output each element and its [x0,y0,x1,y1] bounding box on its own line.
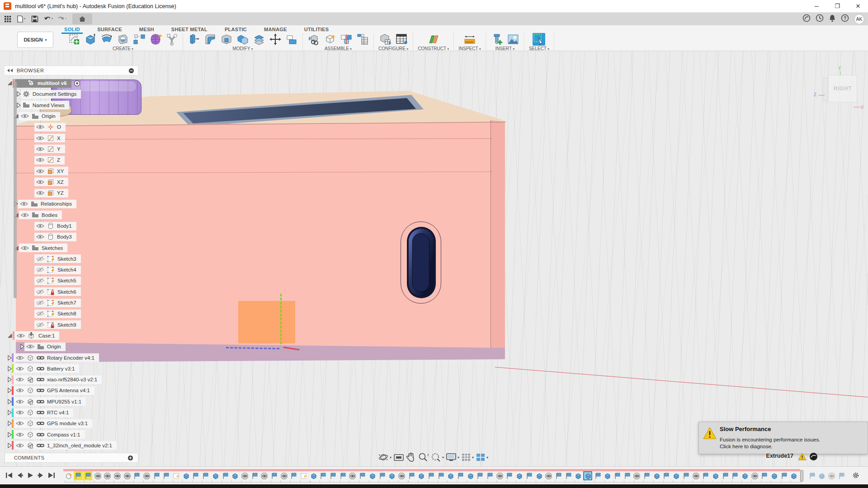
visibility-eye-off-icon[interactable] [36,256,44,262]
ribbon-tab-plastic[interactable]: PLASTIC [224,26,248,33]
fillet-button[interactable] [204,33,217,46]
browser-row[interactable]: Sketch3 [0,253,149,264]
timeline-feature-extrude[interactable] [516,472,523,479]
ribbon-tab-surface[interactable]: SURFACE [96,26,123,33]
timeline-feature-flag[interactable] [378,472,386,479]
browser-row[interactable]: YZ [0,188,149,198]
visibility-eye-icon[interactable] [21,212,29,218]
timeline-feature-flag[interactable] [408,472,415,479]
timeline-settings-gear[interactable] [852,471,860,481]
browser-row[interactable]: Sketch5 [0,275,149,286]
dropdown-caret-icon[interactable]: ▾ [486,455,488,460]
zoom-button[interactable]: ± [418,452,429,462]
browser-row[interactable]: Compass v1:1 [0,429,149,440]
timeline-feature-link[interactable] [496,472,503,479]
browser-row[interactable]: Sketch9 [0,319,149,330]
timeline-feature-extrude[interactable] [584,472,591,479]
expander-closed-icon[interactable] [16,103,21,108]
viewcube-front-face[interactable]: RIGHT [828,75,857,102]
timeline-feature-flag[interactable] [565,472,572,479]
timeline-feature-flag[interactable] [780,472,788,479]
shell-button[interactable] [220,33,233,46]
timeline-feature-extrude[interactable] [182,472,189,479]
expander-closed-icon[interactable] [7,421,12,426]
visibility-eye-icon[interactable] [16,355,24,361]
comments-bar[interactable]: COMMENTS [5,453,138,463]
timeline-feature-link[interactable] [261,472,268,479]
timeline-feature-flag[interactable] [643,472,651,479]
construction-plane-button[interactable] [427,33,440,46]
timeline-feature-extrude[interactable] [741,472,748,479]
viewcube-side-face[interactable] [823,77,828,102]
toast-message-line2[interactable]: Click here to diagnose. [720,444,773,449]
browser-row[interactable]: Sketch8 [0,308,149,319]
canvas-button[interactable] [507,33,519,46]
browser-row[interactable]: Body1 [0,221,149,231]
expander-closed-icon[interactable] [7,377,12,382]
timeline-feature-flag[interactable] [506,472,513,479]
timeline-feature-flag[interactable] [457,472,464,479]
step-forward-button[interactable] [38,472,44,480]
measure-button[interactable] [463,33,476,46]
timeline-feature-flag[interactable] [555,472,562,479]
timeline-feature-flag[interactable] [663,472,670,479]
expander-closed-icon[interactable] [16,91,21,97]
rectangular-pattern-button[interactable] [133,33,146,46]
timeline-feature-sketch[interactable] [173,472,180,479]
configuration-table-button[interactable] [395,33,408,46]
viewcube[interactable]: RIGHT Y Z X [814,66,868,116]
timeline-feature-link[interactable] [94,472,101,479]
press-pull-button[interactable] [188,33,200,46]
browser-row[interactable]: Battery v3:1 [0,363,149,374]
file-menu-button[interactable] [15,14,27,24]
browser-row[interactable]: Origin [0,111,149,122]
timeline-feature-flag[interactable] [320,472,327,479]
timeline-feature-comp[interactable] [65,472,72,479]
timeline-feature-flag[interactable] [623,472,631,479]
timeline-feature-flag[interactable] [702,472,709,479]
save-button[interactable] [29,14,41,24]
ribbon-tab-solid[interactable]: SOLID [63,26,81,33]
timeline-feature-link[interactable] [241,472,248,479]
skip-start-button[interactable] [5,472,13,480]
viewports-button[interactable]: ▾ [476,453,488,462]
ribbon-tab-manage[interactable]: MANAGE [263,26,288,33]
ribbon-group-label[interactable]: INSPECT [458,46,481,51]
ribbon-tab-sheet-metal[interactable]: SHEET METAL [170,26,208,33]
timeline-feature-extrude[interactable] [604,472,611,479]
timeline-feature-extrude[interactable] [418,472,425,479]
revolve-button[interactable] [100,33,113,46]
timeline-feature-flag[interactable] [359,472,366,479]
visibility-eye-icon[interactable] [20,201,28,206]
timeline-feature-extrude[interactable] [818,472,826,479]
timeline-feature-flag[interactable] [251,472,258,479]
visibility-eye-icon[interactable] [16,410,24,415]
expander-closed-icon[interactable] [7,366,12,371]
timeline-feature-flag[interactable] [330,472,337,479]
browser-row[interactable]: Case:1 [0,330,149,341]
browser-row[interactable]: XZ [0,177,149,188]
browser-row[interactable]: O [0,122,149,132]
rigid-group-button[interactable] [356,33,369,46]
timeline-feature-link[interactable] [751,472,758,479]
browser-row[interactable]: 1_32inch_oled_module v2:1 [0,440,149,451]
dropdown-caret-icon[interactable]: ▾ [442,455,444,460]
visibility-eye-icon[interactable] [16,388,24,393]
timeline-feature-flag[interactable] [153,472,160,479]
timeline-feature-link[interactable] [398,472,405,479]
browser-row[interactable]: Z [0,155,149,165]
browser-row[interactable]: GPS Antenna v4:1 [0,385,149,396]
timeline-feature-flag[interactable] [222,472,229,479]
timeline-feature-extrude[interactable] [712,472,719,479]
workspace-selector[interactable]: DESIGN▾ [17,32,53,48]
feedback-sphere-icon[interactable] [809,452,818,461]
timeline-feature-flag[interactable] [202,472,209,479]
hole-button[interactable] [117,33,129,46]
play-button[interactable] [27,472,33,480]
timeline-feature-flag[interactable] [133,472,141,479]
timeline-feature-link[interactable] [633,472,641,479]
visibility-eye-icon[interactable] [36,136,44,141]
timeline-feature-flag[interactable] [192,472,199,479]
browser-row[interactable]: multitool v6 [0,78,149,89]
visibility-eye-off-icon[interactable] [36,278,44,283]
